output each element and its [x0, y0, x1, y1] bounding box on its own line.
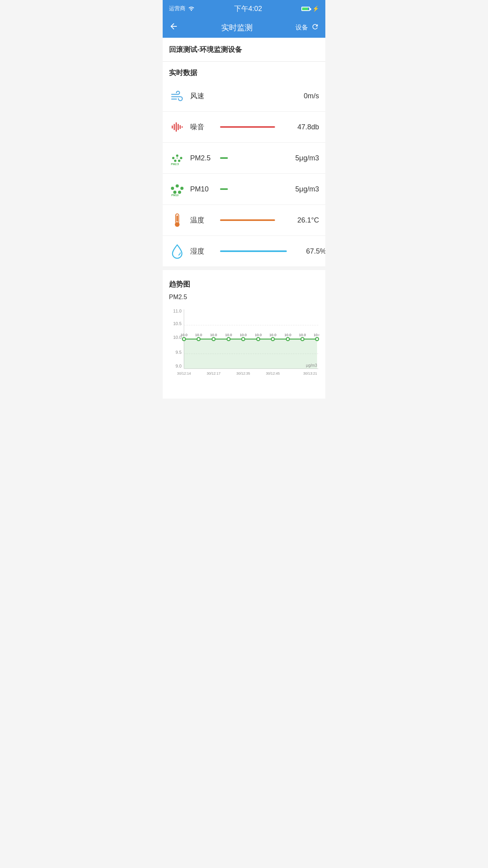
status-right: ⚡: [301, 6, 319, 12]
humidity-bar-area: [220, 250, 287, 252]
temp-label: 温度: [190, 215, 214, 225]
pm25-icon-container: PM2.5: [169, 150, 185, 166]
pm10-bar: [220, 188, 228, 190]
svg-point-8: [180, 157, 182, 159]
chart-point-5: [257, 337, 260, 340]
refresh-icon[interactable]: [311, 23, 319, 32]
humidity-label: 湿度: [190, 246, 214, 256]
pm25-label: PM2.5: [190, 154, 214, 162]
data-list: 风速 0m/s 噪音 47.8db: [163, 81, 325, 267]
pm10-item: PM10 PM10 5μg/m3: [163, 174, 325, 205]
svg-text:10.0: 10.0: [299, 333, 306, 337]
charging-icon: ⚡: [312, 6, 319, 12]
chart-point-9: [316, 337, 319, 340]
svg-text:10.0: 10.0: [210, 333, 217, 337]
svg-text:30/13:21: 30/13:21: [303, 371, 317, 375]
svg-text:10.0: 10.0: [284, 333, 292, 337]
noise-item: 噪音 47.8db: [163, 112, 325, 143]
status-left: 运营商: [169, 5, 195, 12]
section-divider: [163, 267, 325, 270]
svg-point-14: [176, 184, 179, 188]
chart-title: PM2.5: [169, 294, 319, 301]
temp-item: 温度 26.1°C: [163, 205, 325, 236]
temp-bar-area: [220, 219, 280, 221]
svg-text:10.0: 10.0: [225, 333, 232, 337]
humidity-bar: [220, 250, 287, 252]
noise-bar-area: [220, 126, 280, 128]
realtime-section-title: 实时数据: [163, 62, 325, 81]
svg-point-6: [172, 157, 174, 159]
temp-icon-container: [169, 212, 185, 228]
chart-point-7: [286, 337, 290, 340]
svg-text:PM10: PM10: [171, 194, 178, 197]
svg-point-11: [176, 157, 178, 159]
svg-rect-3: [178, 124, 179, 130]
svg-text:30/12:45: 30/12:45: [266, 371, 280, 375]
svg-point-17: [178, 191, 181, 194]
svg-rect-5: [182, 126, 183, 128]
svg-point-10: [178, 160, 180, 162]
chart-area: [184, 339, 317, 368]
noise-label: 噪音: [190, 122, 214, 132]
noise-bar: [220, 126, 275, 128]
chart-point-2: [212, 337, 215, 340]
svg-rect-0: [172, 125, 173, 129]
svg-point-16: [173, 191, 176, 194]
humidity-icon-container: [169, 243, 185, 259]
chart-point-4: [242, 337, 245, 340]
pm10-bar-area: [220, 188, 280, 190]
humidity-value: 67.5%: [287, 247, 325, 256]
svg-text:30/12:14: 30/12:14: [177, 371, 191, 375]
svg-rect-4: [180, 125, 181, 129]
svg-text:PM2.5: PM2.5: [171, 163, 179, 166]
pm25-bar-area: [220, 157, 280, 159]
unit-label: μg/m3: [306, 363, 317, 368]
wind-item: 风速 0m/s: [163, 81, 325, 112]
wind-label: 风速: [190, 91, 214, 101]
svg-text:10.0: 10.0: [270, 333, 277, 337]
pm25-item: PM2.5 PM2.5 5μg/m3: [163, 143, 325, 174]
device-title: 回滚测试-环境监测设备: [163, 38, 325, 62]
svg-text:30/12:35: 30/12:35: [236, 371, 250, 375]
svg-text:10.0: 10.0: [255, 333, 262, 337]
wind-icon-container: [169, 88, 185, 104]
chart-section-title: 趋势图: [169, 280, 319, 294]
svg-text:9.5: 9.5: [176, 350, 182, 355]
pm25-value: 5μg/m3: [280, 154, 319, 162]
back-button[interactable]: [169, 22, 178, 33]
svg-text:10.0: 10.0: [195, 333, 202, 337]
nav-title: 实时监测: [221, 22, 253, 33]
svg-point-9: [174, 160, 176, 162]
chart-point-8: [301, 337, 304, 340]
device-label[interactable]: 设备: [295, 24, 308, 32]
svg-point-15: [180, 187, 183, 190]
svg-point-7: [176, 154, 178, 157]
svg-rect-20: [176, 215, 178, 222]
pm10-label: PM10: [190, 185, 214, 193]
svg-text:11.0: 11.0: [173, 309, 182, 313]
chart-container: 11.0 10.5 10.0 9.5 9.0 10.0: [169, 305, 319, 392]
svg-text:9.0: 9.0: [176, 364, 182, 368]
chart-point-1: [197, 337, 200, 340]
chart-section: 趋势图 PM2.5 11.0 10.5 10.0 9.5 9.0: [163, 273, 325, 399]
svg-rect-1: [174, 124, 175, 130]
main-content: 回滚测试-环境监测设备 实时数据 风速 0m/s: [163, 38, 325, 399]
svg-text:10.0: 10.0: [314, 333, 319, 337]
temp-value: 26.1°C: [280, 216, 319, 224]
wifi-icon: [188, 6, 195, 12]
svg-point-13: [171, 187, 174, 190]
pm10-icon-container: PM10: [169, 181, 185, 197]
status-time: 下午4:02: [234, 4, 262, 13]
chart-point-6: [271, 337, 274, 340]
noise-icon-container: [169, 119, 185, 135]
chart-point-0: [182, 337, 185, 340]
carrier-label: 运营商: [169, 5, 185, 12]
nav-right-area: 设备: [295, 23, 319, 32]
svg-text:10.0: 10.0: [180, 333, 187, 337]
pm25-bar: [220, 157, 228, 159]
wind-value: 0m/s: [280, 92, 319, 100]
svg-rect-2: [176, 122, 177, 132]
humidity-item: 湿度 67.5%: [163, 236, 325, 267]
chart-point-3: [227, 337, 230, 340]
svg-text:10.0: 10.0: [240, 333, 247, 337]
